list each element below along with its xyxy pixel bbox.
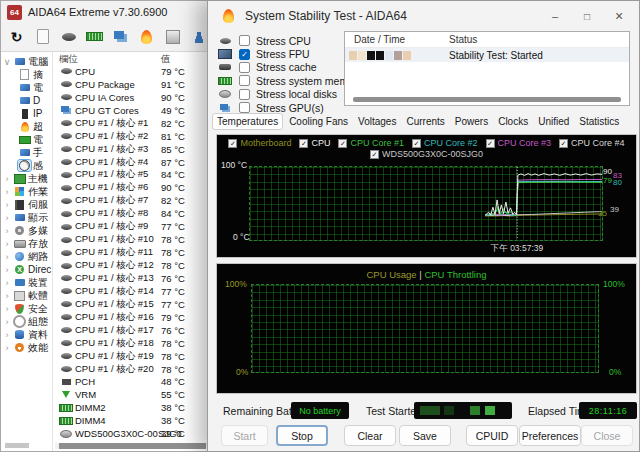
tree-item-1[interactable]: ›作業 — [1, 185, 52, 198]
tree-item-11[interactable]: ›組態 — [1, 315, 52, 328]
legend-checkbox[interactable]: ✓ — [338, 139, 347, 148]
legend-checkbox[interactable]: ✓ — [299, 139, 308, 148]
stress-checkbox[interactable] — [239, 35, 250, 46]
sensor-row[interactable]: CPU #1 / 核心 #1376 °C — [53, 272, 209, 285]
cpu-icon[interactable] — [60, 28, 77, 45]
tree-subitem-5[interactable]: 電 — [1, 133, 52, 146]
sensor-row[interactable]: CPU IA Cores90 °C — [53, 91, 209, 104]
sensor-row[interactable]: CPU #1 / 核心 #584 °C — [53, 169, 209, 182]
tree-expander-icon[interactable]: ∨ — [3, 57, 11, 67]
display-icon[interactable] — [112, 28, 129, 45]
sensor-row[interactable]: CPU #1 / 核心 #2078 °C — [53, 363, 209, 376]
memory-icon[interactable] — [86, 28, 103, 45]
legend-checkbox[interactable]: ✓ — [370, 150, 379, 159]
tree-expander-icon[interactable]: › — [3, 304, 11, 314]
main-titlebar[interactable]: 64 AIDA64 Extreme v7.30.6900 — [1, 1, 209, 23]
tab-clocks[interactable]: Clocks — [494, 114, 532, 129]
stress-checkbox[interactable] — [239, 75, 250, 86]
status-log-header[interactable]: Date / Time Status — [345, 32, 629, 48]
tree-expander-icon[interactable]: › — [3, 330, 11, 340]
tab-statistics[interactable]: Statistics — [575, 114, 623, 129]
tree-item-4[interactable]: ›多媒 — [1, 224, 52, 237]
tab-unified[interactable]: Unified — [534, 114, 573, 129]
tab-powers[interactable]: Powers — [451, 114, 492, 129]
tree-item-computer[interactable]: ∨電腦 — [1, 55, 52, 68]
sensor-row[interactable]: CPU #1 / 核心 #281 °C — [53, 130, 209, 143]
sensor-row[interactable]: CPU #1 / 核心 #487 °C — [53, 156, 209, 169]
sensor-row[interactable]: CPU #1 / 核心 #1776 °C — [53, 324, 209, 337]
tree-subitem-0[interactable]: 摘 — [1, 68, 52, 81]
tree-item-5[interactable]: ›存放 — [1, 237, 52, 250]
clear-button[interactable]: Clear — [344, 425, 396, 446]
tree-subitem-6[interactable]: 手 — [1, 146, 52, 159]
tree-expander-icon[interactable]: › — [3, 239, 11, 249]
tree-subitem-7[interactable]: 感 — [1, 159, 52, 172]
sensor-row[interactable]: CPU #1 / 核心 #1978 °C — [53, 350, 209, 363]
tree-expander-icon[interactable]: › — [3, 291, 11, 301]
user-icon[interactable] — [190, 28, 207, 45]
minimize-button[interactable] — [539, 1, 571, 31]
stop-button[interactable]: Stop — [276, 425, 328, 446]
tree-item-3[interactable]: ›顯示 — [1, 211, 52, 224]
tree-subitem-4[interactable]: 超 — [1, 120, 52, 133]
tree-subitem-3[interactable]: IP — [1, 107, 52, 120]
tree-subitem-2[interactable]: D — [1, 94, 52, 107]
maximize-button[interactable] — [571, 1, 603, 31]
bench-icon[interactable] — [164, 28, 181, 45]
status-log-row[interactable]: Stability Test: Started — [345, 48, 629, 62]
tree-expander-icon[interactable]: › — [3, 265, 11, 275]
tree-item-9[interactable]: ›軟體 — [1, 289, 52, 302]
tree-expander-icon[interactable]: › — [3, 187, 11, 197]
sensor-row[interactable]: PCH48 °C — [53, 376, 209, 389]
sensor-row[interactable]: CPU #1 / 核心 #1278 °C — [53, 259, 209, 272]
flame-icon[interactable] — [138, 28, 155, 45]
sensor-row[interactable]: CPU GT Cores49 °C — [53, 104, 209, 117]
tree-expander-icon[interactable]: › — [3, 278, 11, 288]
sensor-row[interactable]: CPU #1 / 核心 #884 °C — [53, 207, 209, 220]
sensor-row[interactable]: CPU #1 / 核心 #182 °C — [53, 117, 209, 130]
sensor-row[interactable]: CPU #1 / 核心 #1878 °C — [53, 337, 209, 350]
tree-item-7[interactable]: ›Direc — [1, 263, 52, 276]
tree-expander-icon[interactable]: › — [3, 343, 11, 353]
save-button[interactable]: Save — [399, 425, 451, 446]
legend-checkbox[interactable]: ✓ — [559, 139, 568, 148]
preferences-button[interactable]: Preferences — [519, 425, 581, 446]
tree-horizontal-scrollbar[interactable] — [5, 443, 29, 448]
tree-expander-icon[interactable]: › — [3, 317, 11, 327]
sensor-row[interactable]: CPU #1 / 核心 #690 °C — [53, 181, 209, 194]
status-scrollbar-thumb[interactable] — [353, 97, 621, 102]
sensor-row[interactable]: CPU #1 / 核心 #1577 °C — [53, 298, 209, 311]
sensor-row[interactable]: DIMM238 °C — [53, 401, 209, 414]
sensor-row[interactable]: CPU #1 / 核心 #385 °C — [53, 143, 209, 156]
legend-checkbox[interactable]: ✓ — [228, 139, 237, 148]
sensor-row[interactable]: CPU #1 / 核心 #1477 °C — [53, 285, 209, 298]
tree-expander-icon[interactable]: › — [3, 213, 11, 223]
stress-checkbox[interactable] — [239, 102, 250, 113]
sensor-row[interactable]: CPU Package91 °C — [53, 78, 209, 91]
legend-checkbox[interactable]: ✓ — [412, 139, 421, 148]
refresh-icon[interactable] — [8, 28, 25, 45]
stress-checkbox[interactable] — [239, 62, 250, 73]
tree-expander-icon[interactable]: › — [3, 200, 11, 210]
tree-item-13[interactable]: ›效能 — [1, 341, 52, 354]
tree-subitem-1[interactable]: 電 — [1, 81, 52, 94]
cpuid-button[interactable]: CPUID — [466, 425, 518, 446]
tree-item-8[interactable]: ›裝置 — [1, 276, 52, 289]
tree-item-6[interactable]: ›網路 — [1, 250, 52, 263]
sensor-row[interactable]: CPU79 °C — [53, 65, 209, 78]
close-button[interactable] — [603, 1, 635, 31]
sensor-row[interactable]: CPU #1 / 核心 #977 °C — [53, 220, 209, 233]
tree-item-2[interactable]: ›伺服 — [1, 198, 52, 211]
legend-checkbox[interactable]: ✓ — [486, 139, 495, 148]
report-icon[interactable] — [34, 28, 51, 45]
stress-checkbox[interactable]: ✓ — [239, 49, 250, 60]
tab-currents[interactable]: Currents — [402, 114, 448, 129]
tab-temperatures[interactable]: Temperatures — [212, 113, 283, 130]
sensor-row[interactable]: CPU #1 / 核心 #782 °C — [53, 194, 209, 207]
tree-expander-icon[interactable]: › — [3, 252, 11, 262]
tree-expander-icon[interactable]: › — [3, 174, 11, 184]
sensor-row[interactable]: CPU #1 / 核心 #1078 °C — [53, 233, 209, 246]
sensor-row[interactable]: CPU #1 / 核心 #1178 °C — [53, 246, 209, 259]
tab-voltages[interactable]: Voltages — [354, 114, 400, 129]
tree-item-10[interactable]: ›安全 — [1, 302, 52, 315]
